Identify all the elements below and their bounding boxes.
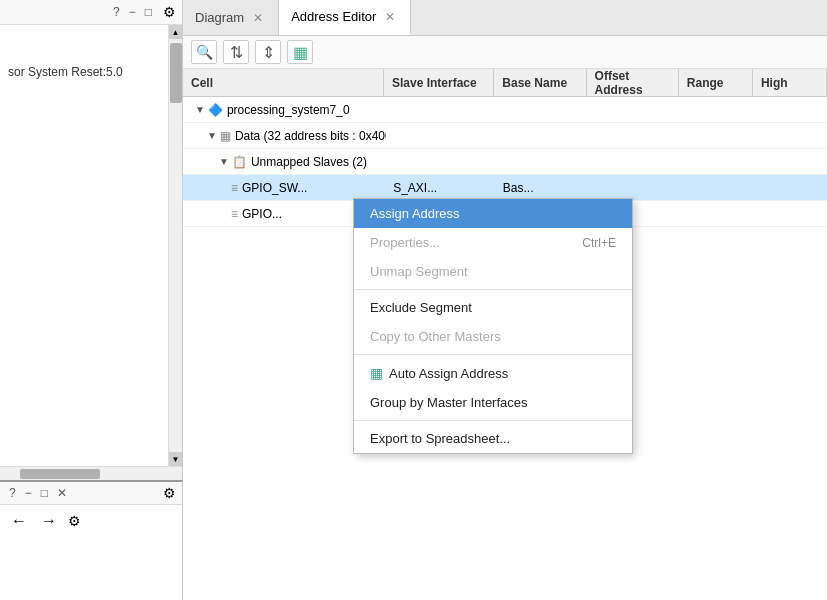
cm-copy-to-other: Copy to Other Masters	[354, 322, 632, 351]
left-panel-toolbar: ? − □ ⚙	[0, 0, 182, 25]
scroll-thumb[interactable]	[170, 43, 182, 103]
high-gpio-sw	[754, 175, 828, 200]
left-panel-label: sor System Reset:5.0	[0, 25, 182, 87]
table-row[interactable]: ▼ 📋 Unmapped Slaves (2)	[183, 149, 827, 175]
main-panel: Diagram ✕ Address Editor ✕ 🔍 ⇅ ⇕ ▦ Cell …	[183, 0, 827, 600]
left-panel-content: sor System Reset:5.0 ▲ ▼	[0, 25, 182, 466]
gpio-sw-icon: ≡	[231, 181, 238, 195]
range-gpio	[680, 201, 754, 226]
cell-data: ▼ ▦ Data (32 address bits : 0x40000000 […	[183, 123, 386, 148]
header-cell: Cell	[183, 69, 384, 96]
caret-icon: ▼	[219, 156, 229, 167]
unmapped-label: Unmapped Slaves (2)	[251, 155, 367, 169]
caret-icon: ▼	[195, 104, 205, 115]
tab-diagram-close[interactable]: ✕	[250, 10, 266, 26]
cm-divider-1	[354, 289, 632, 290]
range-unmapped	[680, 149, 754, 174]
tab-bar: Diagram ✕ Address Editor ✕	[183, 0, 827, 36]
cm-unmap-label: Unmap Segment	[370, 264, 468, 279]
gear-icon[interactable]: ⚙	[163, 4, 176, 20]
header-high: High	[753, 69, 827, 96]
slave-data	[386, 123, 496, 148]
range-data	[679, 123, 753, 148]
cm-properties-shortcut: Ctrl+E	[582, 236, 616, 250]
bottom-panel-controls: ? − □ ✕	[6, 485, 70, 501]
ps7-label: processing_system7_0	[227, 103, 350, 117]
cm-auto-assign[interactable]: ▦ Auto Assign Address	[354, 358, 632, 388]
table-row[interactable]: ▼ 🔷 processing_system7_0	[183, 97, 827, 123]
restore-btn[interactable]: □	[142, 4, 155, 20]
cm-group-by-master[interactable]: Group by Master Interfaces	[354, 388, 632, 417]
cm-export-label: Export to Spreadsheet...	[370, 431, 510, 446]
bottom-question-btn[interactable]: ?	[6, 485, 19, 501]
cm-exclude-segment[interactable]: Exclude Segment	[354, 293, 632, 322]
scroll-down-btn[interactable]: ▼	[169, 452, 183, 466]
header-slave-interface: Slave Interface	[384, 69, 494, 96]
bottom-gear-icon-2[interactable]: ⚙	[68, 513, 81, 529]
left-panel-scrollbar[interactable]: ▲ ▼	[168, 25, 182, 466]
caret-icon: ▼	[207, 130, 217, 141]
cm-divider-3	[354, 420, 632, 421]
data-icon: ▦	[220, 129, 231, 143]
cm-assign-address-label: Assign Address	[370, 206, 460, 221]
filter-button[interactable]: ⇅	[223, 40, 249, 64]
cm-properties: Properties... Ctrl+E	[354, 228, 632, 257]
offset-data	[588, 123, 680, 148]
table-row[interactable]: ▼ ▦ Data (32 address bits : 0x40000000 […	[183, 123, 827, 149]
bottom-nav: ← → ⚙	[0, 505, 182, 537]
cm-auto-assign-label: Auto Assign Address	[389, 366, 508, 381]
tab-diagram[interactable]: Diagram ✕	[183, 0, 279, 35]
tab-address-editor[interactable]: Address Editor ✕	[279, 0, 411, 35]
updown-button[interactable]: ⇕	[255, 40, 281, 64]
gpio-icon: ≡	[231, 207, 238, 221]
high-gpio	[754, 201, 828, 226]
minimize-btn[interactable]: −	[126, 4, 139, 20]
bottom-restore-btn[interactable]: □	[38, 485, 51, 501]
bottom-minimize-btn[interactable]: −	[22, 485, 35, 501]
cm-group-label: Group by Master Interfaces	[370, 395, 528, 410]
search-button[interactable]: 🔍	[191, 40, 217, 64]
offset-gpio-sw	[588, 175, 680, 200]
forward-btn[interactable]: →	[38, 511, 60, 531]
tab-address-editor-label: Address Editor	[291, 9, 376, 24]
header-range: Range	[679, 69, 753, 96]
question-btn[interactable]: ?	[110, 4, 123, 20]
left-panel: ? − □ ⚙ sor System Reset:5.0 ▲ ▼	[0, 0, 183, 480]
cm-auto-assign-icon: ▦	[370, 365, 383, 381]
cm-unmap-segment: Unmap Segment	[354, 257, 632, 286]
high-unmapped	[753, 149, 827, 174]
cm-properties-label: Properties...	[370, 235, 440, 250]
grid-button[interactable]: ▦	[287, 40, 313, 64]
cm-copy-label: Copy to Other Masters	[370, 329, 501, 344]
base-ps7	[495, 97, 587, 122]
left-panel-hscroll[interactable]	[0, 466, 182, 480]
data-label: Data (32 address bits : 0x40000000 [ 1G …	[235, 129, 386, 143]
ps7-icon: 🔷	[208, 103, 223, 117]
tab-diagram-label: Diagram	[195, 10, 244, 25]
cm-export-spreadsheet[interactable]: Export to Spreadsheet...	[354, 424, 632, 453]
base-unmapped	[496, 149, 588, 174]
cm-exclude-label: Exclude Segment	[370, 300, 472, 315]
high-ps7	[753, 97, 827, 122]
gpio-label: GPIO...	[242, 207, 282, 221]
bottom-close-btn[interactable]: ✕	[54, 485, 70, 501]
cm-divider-2	[354, 354, 632, 355]
header-offset-address: Offset Address	[587, 69, 679, 96]
back-btn[interactable]: ←	[8, 511, 30, 531]
slave-unmapped	[386, 149, 496, 174]
cell-unmapped: ▼ 📋 Unmapped Slaves (2)	[183, 149, 386, 174]
table-header: Cell Slave Interface Base Name Offset Ad…	[183, 69, 827, 97]
gpio-sw-label: GPIO_SW...	[242, 181, 307, 195]
range-gpio-sw	[680, 175, 754, 200]
high-data	[753, 123, 827, 148]
base-data	[496, 123, 588, 148]
context-menu: Assign Address Properties... Ctrl+E Unma…	[353, 198, 633, 454]
scroll-up-btn[interactable]: ▲	[169, 25, 183, 39]
unmapped-icon: 📋	[232, 155, 247, 169]
tab-address-editor-close[interactable]: ✕	[382, 9, 398, 25]
bottom-gear-icon[interactable]: ⚙	[163, 485, 176, 501]
left-panel-controls: ? − □	[110, 4, 155, 20]
cm-assign-address[interactable]: Assign Address	[354, 199, 632, 228]
address-editor-toolbar: 🔍 ⇅ ⇕ ▦	[183, 36, 827, 69]
hscroll-thumb[interactable]	[20, 469, 100, 479]
